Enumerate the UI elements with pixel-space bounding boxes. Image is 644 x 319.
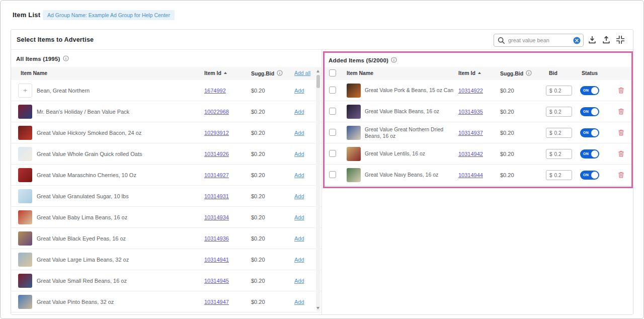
suggested-bid: $0.20 [251,235,265,242]
item-id-link[interactable]: 10293912 [204,130,229,136]
add-item-link[interactable]: Add [294,172,304,178]
bid-value: 0.2 [554,151,561,157]
col-item-id[interactable]: Item Id [204,70,227,76]
delete-item-icon[interactable] [617,171,625,179]
item-name: Great Value Whole Grain Quick rolled Oat… [37,143,198,165]
vertical-scrollbar[interactable] [316,68,320,311]
item-id-link[interactable]: 10314934 [204,214,229,220]
toggle-knob [591,150,598,157]
add-item-link[interactable]: Add [294,299,304,305]
item-id-link[interactable]: 10314947 [204,299,229,305]
toggle-knob [591,172,598,179]
status-toggle[interactable]: ON [580,128,599,137]
add-item-link[interactable]: Add [294,278,304,284]
row-checkbox[interactable] [329,108,336,115]
item-name: Great Value Pinto Beans, 32 oz [37,291,198,312]
bid-currency: $ [549,109,552,115]
item-thumbnail [18,84,32,98]
search-icon [498,37,505,44]
item-thumbnail [18,147,32,161]
item-id-link[interactable]: 1674992 [204,88,226,94]
info-icon[interactable] [63,55,69,62]
bid-input[interactable]: $ 0.2 [546,170,572,180]
col-item-id[interactable]: Item Id [458,70,481,76]
scrollbar-thumb[interactable] [316,75,320,88]
col-sugg-bid-label: Sugg.Bid [251,70,274,76]
suggested-bid: $0.20 [500,88,514,94]
select-all-checkbox[interactable] [329,69,336,76]
upload-icon[interactable] [602,35,612,45]
scroll-up-icon[interactable] [316,70,319,72]
delete-item-icon[interactable] [617,108,625,116]
item-id-link[interactable]: 10314944 [458,172,483,178]
add-item-link[interactable]: Add [294,151,304,157]
toggle-on-label: ON [583,110,589,113]
bid-input[interactable]: $ 0.2 [546,149,572,159]
search-input[interactable] [508,37,573,43]
item-name: Great Value Pork & Beans, 15 oz Can [365,80,455,101]
info-icon[interactable] [391,57,397,64]
item-name: Great Value Lentils, 16 oz [365,143,455,165]
item-id-link[interactable]: 10314941 [204,257,229,263]
delete-item-icon[interactable] [617,129,625,137]
item-id-link[interactable]: 10022968 [204,109,229,115]
bid-currency: $ [549,130,552,136]
all-items-panel: All Items (1995) Item Name Item Id Sugg.… [11,50,322,314]
bid-input[interactable]: $ 0.2 [546,128,572,138]
item-name: Great Value Black Eyed Peas, 16 oz [37,228,198,249]
add-item-link[interactable]: Add [294,214,304,220]
item-id-link[interactable]: 10314937 [458,130,483,136]
item-id-link[interactable]: 10314936 [204,235,229,242]
row-checkbox[interactable] [329,87,336,94]
item-search-box[interactable] [494,34,584,47]
status-toggle[interactable]: ON [580,107,599,116]
table-row: Great Value Whole Grain Quick rolled Oat… [11,143,321,165]
toggle-on-label: ON [583,89,589,92]
item-id-link[interactable]: 10314935 [458,109,483,115]
all-items-table-header: Item Name Item Id Sugg.Bid Add all [11,67,321,80]
collapse-icon[interactable] [616,35,626,45]
item-id-link[interactable]: 10314927 [204,172,229,178]
table-row: Bean, Great Northern 1674992 $0.20 Add [11,80,321,101]
row-checkbox[interactable] [329,129,336,136]
item-thumbnail [18,168,32,182]
info-icon[interactable] [526,70,532,77]
delete-item-icon[interactable] [617,87,625,95]
suggested-bid: $0.20 [251,193,265,199]
item-thumbnail [18,295,32,309]
bid-input[interactable]: $ 0.2 [546,86,572,96]
add-item-link[interactable]: Add [294,109,304,115]
delete-item-icon[interactable] [617,150,625,158]
table-row: Great Value Granulated Sugar, 10 lbs 103… [11,186,321,207]
scroll-down-icon[interactable] [316,307,319,309]
add-item-link[interactable]: Add [294,88,304,94]
item-id-link[interactable]: 10314926 [204,151,229,157]
suggested-bid: $0.20 [251,88,265,94]
add-all-link[interactable]: Add all [294,70,310,76]
suggested-bid: $0.20 [500,109,514,115]
item-id-link[interactable]: 10314942 [458,151,483,157]
col-sugg-bid: Sugg.Bid [500,70,532,77]
item-id-link[interactable]: 10314945 [204,278,229,284]
bid-input[interactable]: $ 0.2 [546,107,572,117]
add-item-link[interactable]: Add [294,257,304,263]
add-item-link[interactable]: Add [294,235,304,242]
add-item-link[interactable]: Add [294,193,304,199]
status-toggle[interactable]: ON [580,86,599,95]
row-checkbox[interactable] [329,171,336,178]
suggested-bid: $0.20 [251,130,265,136]
toggle-on-label: ON [583,152,589,155]
status-toggle[interactable]: ON [580,149,599,158]
item-id-link[interactable]: 10314931 [204,193,229,199]
item-name: Great Value Black Beans, 16 oz [365,101,455,122]
bid-value: 0.2 [554,130,561,136]
clear-search-icon[interactable] [573,37,581,44]
suggested-bid: $0.20 [251,257,265,263]
row-checkbox[interactable] [329,150,336,157]
download-icon[interactable] [588,35,598,45]
item-id-link[interactable]: 10314922 [458,88,483,94]
add-item-link[interactable]: Add [294,130,304,136]
table-row: Great Value Great Northern Dried Beans, … [325,122,631,143]
status-toggle[interactable]: ON [580,171,599,180]
info-icon[interactable] [277,70,283,77]
